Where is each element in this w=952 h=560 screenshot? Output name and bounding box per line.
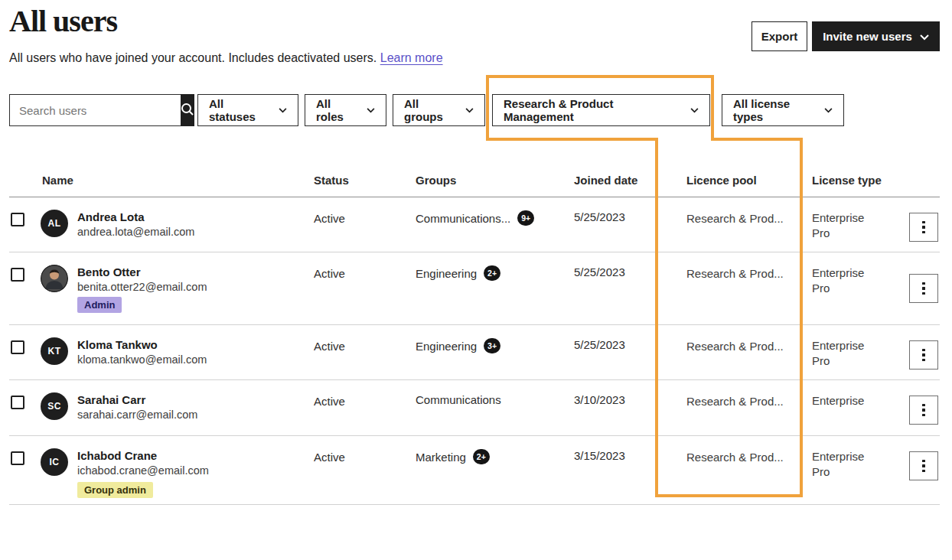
groups-cell: Communications... 9+ — [416, 210, 534, 226]
page-subtitle: All users who have joined your account. … — [9, 51, 443, 65]
filter-licence-pool[interactable]: Research & Product Management — [492, 94, 710, 126]
user-name: Bento Otter — [77, 265, 141, 278]
chevron-down-icon — [279, 108, 287, 113]
filter-licence-pool-label: Research & Product Management — [504, 97, 681, 123]
chevron-down-icon — [465, 108, 474, 113]
row-actions-kebab-button[interactable] — [909, 396, 938, 425]
license-type-value: Enterprise Pro — [812, 338, 878, 369]
column-header-license-type: License type — [812, 174, 882, 187]
avatar: SC — [41, 392, 68, 420]
license-type-value: Enterprise Pro — [812, 449, 878, 480]
group-admin-badge: Group admin — [77, 482, 153, 498]
row-actions-kebab-button[interactable] — [909, 451, 938, 480]
user-name: Sarahai Carr — [77, 393, 145, 406]
user-name: Andrea Lota — [77, 210, 145, 223]
search-users-box — [9, 94, 191, 126]
filter-all-roles-label: All roles — [316, 97, 357, 123]
user-email: sarahai.carr@email.com — [77, 409, 197, 421]
licence-pool-value: Research & Prod... — [686, 395, 784, 408]
chevron-down-icon — [367, 108, 375, 113]
joined-date-value: 5/25/2023 — [574, 338, 625, 351]
chevron-down-icon — [690, 108, 699, 113]
group-name: Engineering — [416, 267, 477, 280]
all-users-page: All users All users who have joined your… — [0, 0, 952, 560]
groups-cell: Marketing 2+ — [416, 449, 490, 464]
status-value: Active — [314, 212, 345, 225]
table-row: IC Ichabod Crane ichabod.crane@email.com… — [0, 436, 952, 505]
column-header-joined-date: Joined date — [574, 174, 637, 187]
row-checkbox[interactable] — [11, 213, 24, 226]
chevron-down-icon — [824, 108, 833, 113]
column-header-name: Name — [42, 174, 73, 187]
row-actions-kebab-button[interactable] — [909, 340, 938, 370]
filter-all-groups[interactable]: All groups — [393, 94, 485, 126]
column-header-groups: Groups — [416, 174, 456, 187]
joined-date-value: 3/10/2023 — [574, 393, 625, 406]
page-title: All users — [9, 3, 117, 39]
avatar-photo — [41, 265, 68, 292]
group-count-badge: 9+ — [517, 210, 534, 226]
avatar: AL — [41, 210, 68, 237]
groups-cell: Engineering 3+ — [416, 338, 500, 353]
filter-all-roles[interactable]: All roles — [305, 94, 386, 126]
user-email: andrea.lota@email.com — [77, 226, 194, 238]
user-email: ichabod.crane@email.com — [77, 464, 209, 477]
joined-date-value: 5/25/2023 — [574, 210, 625, 223]
row-checkbox[interactable] — [11, 340, 24, 354]
row-checkbox[interactable] — [11, 396, 24, 409]
group-name: Marketing — [416, 451, 466, 464]
license-type-value: Enterprise — [812, 393, 878, 409]
status-value: Active — [314, 267, 345, 280]
license-type-value: Enterprise Pro — [812, 265, 878, 296]
filter-all-license-types[interactable]: All license types — [722, 94, 844, 126]
subtitle-text: All users who have joined your account. … — [9, 51, 377, 64]
group-count-badge: 3+ — [484, 338, 500, 353]
groups-cell: Communications — [416, 393, 501, 406]
licence-pool-value: Research & Prod... — [686, 212, 784, 225]
row-checkbox[interactable] — [11, 268, 24, 282]
chevron-down-icon — [920, 30, 929, 43]
avatar: KT — [41, 337, 68, 365]
table-row: KT Kloma Tankwo kloma.tankwo@email.com A… — [0, 325, 952, 380]
group-name: Communications... — [416, 212, 510, 225]
admin-badge: Admin — [77, 297, 122, 313]
table-row: SC Sarahai Carr sarahai.carr@email.com A… — [0, 380, 952, 436]
filter-all-statuses[interactable]: All statuses — [197, 94, 298, 126]
licence-pool-value: Research & Prod... — [686, 340, 784, 353]
invite-new-users-button[interactable]: Invite new users — [812, 21, 940, 51]
avatar: IC — [41, 448, 68, 476]
group-count-badge: 2+ — [484, 265, 500, 281]
joined-date-value: 5/25/2023 — [574, 265, 625, 278]
status-value: Active — [314, 451, 345, 464]
row-actions-kebab-button[interactable] — [909, 213, 938, 242]
row-divider — [9, 504, 940, 505]
table-row: AL Andrea Lota andrea.lota@email.com Act… — [0, 197, 952, 252]
search-button[interactable] — [181, 94, 194, 126]
groups-cell: Engineering 2+ — [416, 265, 500, 281]
user-email: benita.otter22@email.com — [77, 281, 207, 293]
row-actions-kebab-button[interactable] — [909, 274, 938, 303]
licence-pool-value: Research & Prod... — [686, 267, 784, 280]
joined-date-value: 3/15/2023 — [574, 449, 625, 462]
learn-more-link[interactable]: Learn more — [380, 51, 443, 64]
status-value: Active — [314, 395, 345, 408]
filter-all-groups-label: All groups — [404, 97, 456, 123]
filter-all-statuses-label: All statuses — [209, 97, 269, 123]
search-input[interactable] — [10, 95, 181, 125]
user-email: kloma.tankwo@email.com — [77, 353, 207, 366]
column-header-licence-pool: Licence pool — [686, 174, 757, 187]
user-name: Kloma Tankwo — [77, 338, 158, 351]
group-name: Communications — [416, 393, 501, 406]
export-button-label: Export — [761, 30, 798, 43]
table-row: Bento Otter benita.otter22@email.com Adm… — [0, 252, 952, 325]
user-name: Ichabod Crane — [77, 449, 157, 462]
export-button[interactable]: Export — [751, 21, 807, 51]
group-count-badge: 2+ — [473, 449, 490, 464]
row-checkbox[interactable] — [11, 451, 24, 465]
licence-pool-value: Research & Prod... — [686, 451, 784, 464]
filter-all-license-types-label: All license types — [733, 97, 815, 123]
search-icon — [181, 103, 194, 119]
license-type-value: Enterprise Pro — [812, 210, 878, 241]
group-name: Engineering — [416, 340, 477, 353]
invite-button-label: Invite new users — [823, 30, 912, 43]
